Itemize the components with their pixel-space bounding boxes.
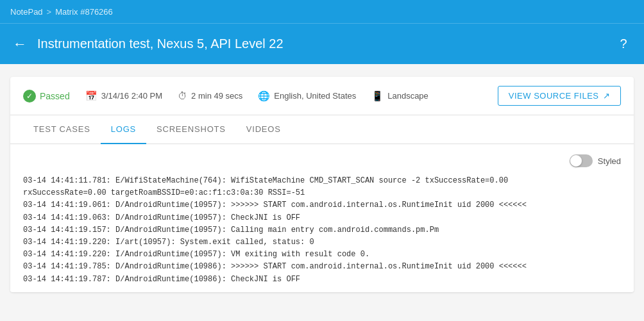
log-line: 03-14 14:41:19.785: D/AndroidRuntime(109…	[23, 261, 621, 273]
log-line: 03-14 14:41:19.157: D/AndroidRuntime(109…	[23, 224, 621, 236]
back-button[interactable]: ←	[10, 35, 30, 54]
info-left: ✓ Passed 📅 3/14/16 2:40 PM ⏱ 2 min 49 se…	[23, 90, 428, 103]
styled-toggle-wrapper: Styled	[570, 154, 621, 167]
log-content: 03-14 14:41:11.781: E/WifiStateMachine(7…	[23, 175, 621, 286]
globe-icon: 🌐	[258, 90, 270, 102]
header: ← Instrumentation test, Nexus 5, API Lev…	[0, 23, 644, 64]
breadcrumb: NotePad > Matrix #876266	[10, 7, 113, 17]
styled-toggle[interactable]	[570, 154, 593, 167]
calendar-icon: 📅	[85, 90, 97, 102]
check-icon: ✓	[23, 90, 36, 103]
log-line: 03-14 14:41:19.220: I/art(10957): System…	[23, 236, 621, 249]
log-line: rxSuccessRate=0.00 targetRoamBSSID=e0:ac…	[23, 187, 621, 199]
log-container: Styled 03-14 14:41:11.781: E/WifiStateMa…	[10, 144, 634, 292]
orientation-value: Landscape	[387, 91, 428, 101]
tab-bar: TEST CASES LOGS SCREENSHOTS VIDEOS	[10, 115, 634, 144]
result-card: ✓ Passed 📅 3/14/16 2:40 PM ⏱ 2 min 49 se…	[10, 77, 634, 292]
log-line: 03-14 14:41:19.220: I/AndroidRuntime(109…	[23, 249, 621, 261]
date-item: 📅 3/14/16 2:40 PM	[85, 90, 162, 102]
locale-item: 🌐 English, United States	[258, 90, 356, 102]
main-content: ✓ Passed 📅 3/14/16 2:40 PM ⏱ 2 min 49 se…	[0, 64, 644, 305]
log-line: 03-14 14:41:19.787: D/AndroidRuntime(109…	[23, 274, 621, 286]
tab-test-cases[interactable]: TEST CASES	[23, 115, 101, 144]
info-row: ✓ Passed 📅 3/14/16 2:40 PM ⏱ 2 min 49 se…	[10, 77, 634, 115]
locale-value: English, United States	[274, 91, 356, 101]
tab-screenshots[interactable]: SCREENSHOTS	[146, 115, 236, 144]
view-source-button[interactable]: VIEW SOURCE FILES ↗	[498, 86, 621, 106]
log-line: 03-14 14:41:11.781: E/WifiStateMachine(7…	[23, 175, 621, 187]
view-source-label: VIEW SOURCE FILES	[509, 91, 599, 101]
header-left: ← Instrumentation test, Nexus 5, API Lev…	[10, 35, 284, 54]
tab-logs[interactable]: LOGS	[101, 115, 146, 144]
tab-videos[interactable]: VIDEOS	[236, 115, 291, 144]
help-button[interactable]: ?	[613, 34, 634, 54]
orientation-item: 📱 Landscape	[371, 90, 428, 102]
log-line: 03-14 14:41:19.061: D/AndroidRuntime(109…	[23, 199, 621, 211]
status-badge: ✓ Passed	[23, 90, 70, 103]
external-link-icon: ↗	[603, 91, 611, 101]
duration-item: ⏱ 2 min 49 secs	[178, 90, 242, 101]
topbar: NotePad > Matrix #876266	[0, 0, 644, 23]
clock-icon: ⏱	[178, 90, 187, 101]
orientation-icon: 📱	[371, 90, 384, 102]
date-value: 3/14/16 2:40 PM	[101, 91, 162, 101]
styled-toggle-label: Styled	[598, 156, 621, 166]
toggle-knob	[570, 155, 582, 167]
breadcrumb-item[interactable]: Matrix #876266	[55, 7, 113, 17]
app-name[interactable]: NotePad	[10, 7, 43, 17]
breadcrumb-separator: >	[47, 7, 52, 17]
status-label: Passed	[40, 91, 70, 101]
log-line: 03-14 14:41:19.063: D/AndroidRuntime(109…	[23, 212, 621, 224]
log-toolbar: Styled	[23, 154, 621, 167]
page-title: Instrumentation test, Nexus 5, API Level…	[37, 37, 284, 51]
duration-value: 2 min 49 secs	[191, 91, 242, 101]
